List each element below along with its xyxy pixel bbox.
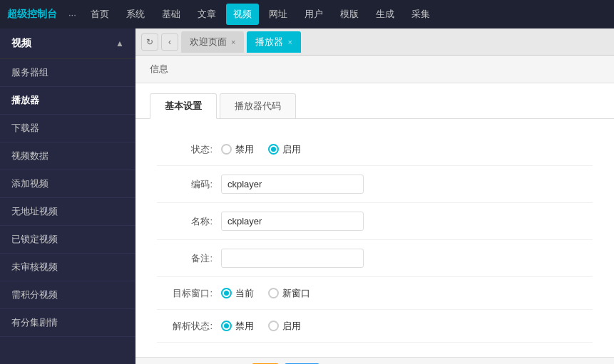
form-row-0: 状态:禁用启用 [157,133,593,166]
page-content: 信息 基本设置播放器代码 状态:禁用启用编码:名称:备注:目标窗口:当前新窗口解… [135,56,614,364]
radio-label-启用: 启用 [282,143,301,156]
radio-label-新窗口: 新窗口 [282,287,310,300]
nav-item-网址[interactable]: 网址 [262,4,295,25]
content-area: ↻ ‹ 欢迎页面×播放器× 信息 基本设置播放器代码 状态:禁用启用编码:名称:… [135,28,614,364]
brand-logo: 超级控制台 [7,8,57,21]
tab-close-icon[interactable]: × [231,38,235,46]
tab-close-icon[interactable]: × [287,38,292,46]
form-container: 状态:禁用启用编码:名称:备注:目标窗口:当前新窗口解析状态:禁用启用 [135,119,614,357]
radio-option-启用[interactable]: 启用 [268,320,301,333]
form-label-3: 备注: [157,252,221,265]
sub-tab-基本设置[interactable]: 基本设置 [150,93,217,119]
top-nav: 超级控制台 ··· 首页系统基础文章视频网址用户模版生成采集 [0,0,614,28]
nav-more-button[interactable]: ··· [68,9,76,20]
tab-播放器[interactable]: 播放器× [247,31,300,53]
form-label-1: 编码: [157,178,221,191]
radio-option-启用[interactable]: 启用 [268,143,301,156]
radio-label-禁用: 禁用 [235,320,254,333]
text-input-1[interactable] [221,175,364,194]
tab-欢迎页面[interactable]: 欢迎页面× [181,31,244,53]
form-row-5: 解析状态:禁用启用 [157,310,593,343]
sub-tabs: 基本设置播放器代码 [135,83,614,119]
form-label-4: 目标窗口: [157,287,221,300]
form-label-0: 状态: [157,143,221,156]
nav-item-基础[interactable]: 基础 [155,4,188,25]
tab-label: 播放器 [255,36,283,48]
form-value-2 [221,212,593,231]
nav-item-生成[interactable]: 生成 [369,4,401,25]
form-value-4: 当前新窗口 [221,287,593,300]
refresh-icon: ↻ [146,37,153,47]
radio-circle-新窗口 [268,288,279,298]
nav-item-首页[interactable]: 首页 [83,4,116,25]
form-row-1: 编码: [157,166,593,203]
page-header: 信息 [135,56,614,83]
form-value-3 [221,249,593,268]
text-input-2[interactable] [221,212,364,231]
sidebar-item-添加视频[interactable]: 添加视频 [0,170,135,198]
form-label-5: 解析状态: [157,320,221,333]
radio-option-禁用[interactable]: 禁用 [221,143,254,156]
nav-item-采集[interactable]: 采集 [404,4,437,25]
main-layout: 视频 ▲ 服务器组播放器下载器视频数据添加视频无地址视频已锁定视频未审核视频需积… [0,28,614,364]
tab-label: 欢迎页面 [190,36,227,48]
form-value-0: 禁用启用 [221,143,593,156]
refresh-button[interactable]: ↻ [141,33,158,51]
nav-item-文章[interactable]: 文章 [190,4,223,25]
sidebar-item-已锁定视频[interactable]: 已锁定视频 [0,226,135,254]
text-input-3[interactable] [221,249,364,268]
sidebar-item-播放器[interactable]: 播放器 [0,87,135,115]
sidebar-title: 视频 [11,37,31,50]
radio-label-启用: 启用 [282,320,301,333]
tabs-container: 欢迎页面×播放器× [181,31,301,53]
sidebar: 视频 ▲ 服务器组播放器下载器视频数据添加视频无地址视频已锁定视频未审核视频需积… [0,28,135,364]
nav-item-系统[interactable]: 系统 [119,4,152,25]
radio-circle-启用 [268,144,279,155]
back-button[interactable]: ‹ [161,33,178,51]
form-value-5: 禁用启用 [221,320,593,333]
sidebar-item-有分集剧情[interactable]: 有分集剧情 [0,309,135,337]
sidebar-header: 视频 ▲ [0,28,135,59]
nav-item-用户[interactable]: 用户 [297,4,330,25]
radio-label-当前: 当前 [235,287,254,300]
sidebar-item-服务器组[interactable]: 服务器组 [0,59,135,87]
nav-item-模版[interactable]: 模版 [333,4,366,25]
radio-option-新窗口[interactable]: 新窗口 [268,287,310,300]
form-label-2: 名称: [157,215,221,228]
sub-tab-播放器代码[interactable]: 播放器代码 [220,93,296,118]
sidebar-item-无地址视频[interactable]: 无地址视频 [0,198,135,226]
sidebar-item-视频数据[interactable]: 视频数据 [0,142,135,170]
radio-option-禁用[interactable]: 禁用 [221,320,254,333]
radio-option-当前[interactable]: 当前 [221,287,254,300]
radio-circle-当前 [221,288,232,298]
form-row-2: 名称: [157,203,593,240]
nav-item-视频[interactable]: 视频 [226,4,259,25]
back-icon: ‹ [168,37,171,47]
sidebar-item-下载器[interactable]: 下载器 [0,115,135,142]
sidebar-collapse-icon[interactable]: ▲ [116,38,124,48]
form-row-4: 目标窗口:当前新窗口 [157,277,593,310]
sidebar-item-需积分视频[interactable]: 需积分视频 [0,281,135,309]
radio-label-禁用: 禁用 [235,143,254,156]
nav-menu: 首页系统基础文章视频网址用户模版生成采集 [83,4,437,25]
tab-bar: ↻ ‹ 欢迎页面×播放器× [135,28,614,56]
sidebar-items: 服务器组播放器下载器视频数据添加视频无地址视频已锁定视频未审核视频需积分视频有分… [0,59,135,337]
form-row-3: 备注: [157,240,593,277]
radio-circle-禁用 [221,144,232,155]
radio-circle-禁用 [221,321,232,331]
radio-circle-启用 [268,321,279,331]
sidebar-item-未审核视频[interactable]: 未审核视频 [0,254,135,281]
form-value-1 [221,175,593,194]
bottom-table-row: ckplayerckplayer禁用一审核 [135,357,614,364]
